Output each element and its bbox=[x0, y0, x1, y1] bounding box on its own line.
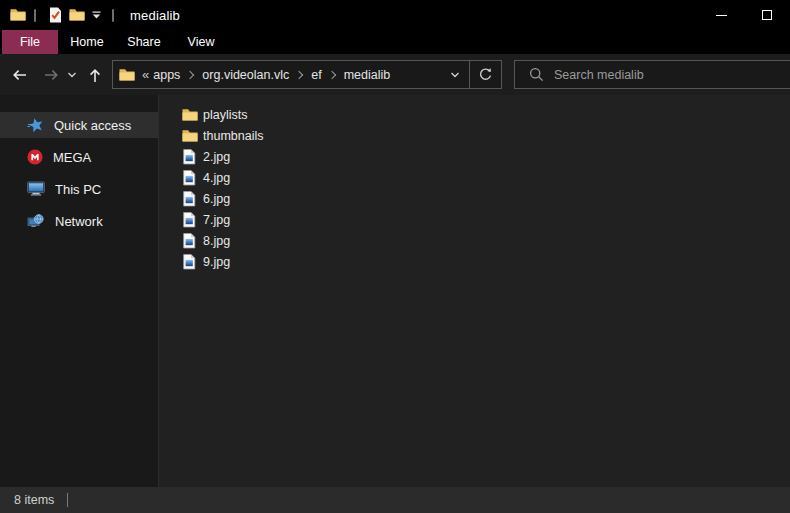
file-name: 6.jpg bbox=[203, 192, 230, 206]
breadcrumb-chevron-icon[interactable] bbox=[186, 70, 194, 78]
forward-button[interactable] bbox=[38, 66, 64, 84]
search-icon bbox=[529, 67, 544, 82]
file-row-6jpg[interactable]: 6.jpg bbox=[181, 188, 790, 209]
sidebar-item-label: Network bbox=[55, 214, 103, 229]
file-row-playlists[interactable]: playlists bbox=[181, 104, 790, 125]
tab-file[interactable]: File bbox=[2, 30, 58, 54]
image-file-icon bbox=[181, 212, 198, 228]
file-row-9jpg[interactable]: 9.jpg bbox=[181, 251, 790, 272]
file-list: playlists thumbnails 2.jpg 4.jpg 6.jpg 7 bbox=[158, 95, 790, 487]
chevron-down-icon bbox=[67, 71, 77, 79]
title-bar: medialib bbox=[0, 0, 790, 30]
navigation-bar: « apps org.videolan.vlc ef medialib bbox=[0, 54, 790, 95]
minimize-icon bbox=[716, 15, 727, 16]
file-name: 7.jpg bbox=[203, 213, 230, 227]
file-row-8jpg[interactable]: 8.jpg bbox=[181, 230, 790, 251]
breadcrumb-apps[interactable]: apps bbox=[149, 68, 184, 82]
file-name: thumbnails bbox=[203, 129, 263, 143]
main-area: Quick access MEGA This PC bbox=[0, 95, 790, 487]
quick-access-star-icon bbox=[27, 117, 44, 133]
maximize-icon bbox=[762, 10, 772, 20]
breadcrumb-ef[interactable]: ef bbox=[307, 68, 325, 82]
titlebar-separator bbox=[112, 9, 114, 22]
maximize-button[interactable] bbox=[744, 0, 790, 30]
refresh-button[interactable] bbox=[469, 60, 502, 89]
refresh-icon bbox=[478, 67, 493, 82]
search-bar[interactable] bbox=[514, 60, 790, 89]
network-globe-icon bbox=[27, 213, 45, 229]
titlebar-separator bbox=[34, 9, 36, 22]
minimize-button[interactable] bbox=[698, 0, 744, 30]
image-file-icon bbox=[181, 233, 198, 249]
mega-logo-icon bbox=[27, 149, 43, 165]
address-bar[interactable]: « apps org.videolan.vlc ef medialib bbox=[112, 60, 470, 89]
this-pc-monitor-icon bbox=[27, 181, 45, 197]
file-row-2jpg[interactable]: 2.jpg bbox=[181, 146, 790, 167]
customize-quick-access-toolbar-icon[interactable] bbox=[88, 3, 104, 27]
ribbon-tab-bar: File Home Share View bbox=[0, 30, 790, 54]
back-arrow-icon bbox=[11, 67, 28, 83]
sidebar-item-mega[interactable]: MEGA bbox=[0, 144, 158, 170]
address-dropdown-button[interactable] bbox=[450, 71, 460, 79]
image-file-icon bbox=[181, 149, 198, 165]
search-input[interactable] bbox=[554, 68, 754, 82]
file-row-thumbnails[interactable]: thumbnails bbox=[181, 125, 790, 146]
folder-icon bbox=[181, 108, 198, 122]
quick-access-new-folder-icon[interactable] bbox=[66, 3, 88, 27]
recent-locations-button[interactable] bbox=[63, 66, 81, 84]
file-row-7jpg[interactable]: 7.jpg bbox=[181, 209, 790, 230]
navigation-pane: Quick access MEGA This PC bbox=[0, 95, 158, 487]
sidebar-item-label: Quick access bbox=[54, 118, 131, 133]
up-arrow-icon bbox=[87, 67, 103, 84]
tab-view[interactable]: View bbox=[173, 30, 229, 54]
item-count: 8 items bbox=[14, 493, 54, 507]
back-button[interactable] bbox=[6, 66, 32, 84]
sidebar-item-label: This PC bbox=[55, 182, 101, 197]
up-button[interactable] bbox=[82, 66, 108, 84]
breadcrumb-org-videolan-vlc[interactable]: org.videolan.vlc bbox=[198, 68, 293, 82]
breadcrumb-overflow-chevron[interactable]: « bbox=[142, 67, 149, 82]
statusbar-separator bbox=[67, 493, 68, 507]
image-file-icon bbox=[181, 254, 198, 270]
chevron-down-icon bbox=[450, 71, 460, 79]
quick-access-properties-icon[interactable] bbox=[44, 3, 66, 27]
folder-icon bbox=[181, 129, 198, 143]
address-folder-icon[interactable] bbox=[119, 68, 135, 82]
tab-share[interactable]: Share bbox=[116, 30, 172, 54]
file-name: 4.jpg bbox=[203, 171, 230, 185]
image-file-icon bbox=[181, 191, 198, 207]
breadcrumb-medialib[interactable]: medialib bbox=[340, 68, 395, 82]
file-name: 9.jpg bbox=[203, 255, 230, 269]
tab-home[interactable]: Home bbox=[59, 30, 115, 54]
status-bar: 8 items bbox=[0, 487, 790, 513]
window-title: medialib bbox=[130, 8, 180, 23]
image-file-icon bbox=[181, 170, 198, 186]
sidebar-item-quick-access[interactable]: Quick access bbox=[0, 112, 158, 138]
file-name: playlists bbox=[203, 108, 247, 122]
sidebar-item-label: MEGA bbox=[53, 150, 91, 165]
forward-arrow-icon bbox=[43, 67, 60, 83]
breadcrumb-chevron-icon[interactable] bbox=[327, 70, 335, 78]
window-folder-icon bbox=[10, 8, 26, 22]
file-row-4jpg[interactable]: 4.jpg bbox=[181, 167, 790, 188]
breadcrumb-chevron-icon[interactable] bbox=[295, 70, 303, 78]
sidebar-item-network[interactable]: Network bbox=[0, 208, 158, 234]
sidebar-item-this-pc[interactable]: This PC bbox=[0, 176, 158, 202]
file-name: 2.jpg bbox=[203, 150, 230, 164]
file-name: 8.jpg bbox=[203, 234, 230, 248]
